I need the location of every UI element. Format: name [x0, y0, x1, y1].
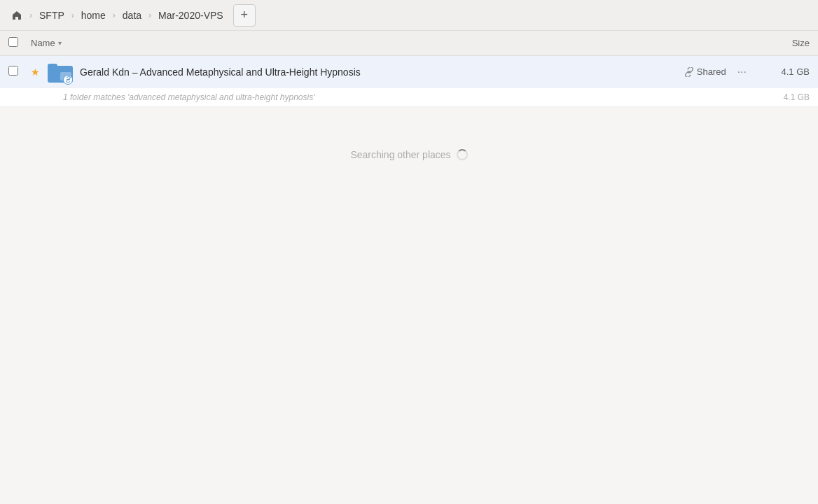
- column-header: Name ▾ Size: [0, 31, 818, 56]
- name-sort-icon: ▾: [58, 39, 62, 47]
- sep-1: ›: [29, 10, 32, 20]
- match-info-size: 4.1 GB: [761, 92, 810, 102]
- name-column-header[interactable]: Name ▾: [31, 38, 754, 48]
- home-button[interactable]: [6, 4, 28, 27]
- name-column-label: Name: [31, 38, 55, 48]
- shared-badge-icon: [63, 75, 73, 85]
- loading-spinner: [457, 149, 468, 160]
- svg-rect-1: [48, 64, 57, 69]
- row-checkbox[interactable]: [8, 66, 18, 76]
- row-checkbox-wrapper[interactable]: [8, 66, 25, 78]
- star-icon[interactable]: ★: [31, 66, 45, 78]
- more-options-button[interactable]: ···: [735, 63, 749, 81]
- match-info-row: 1 folder matches 'advanced metaphysical …: [0, 88, 818, 107]
- breadcrumb: › SFTP › home › data › Mar-2020-VPS +: [6, 4, 256, 27]
- file-list: ★ Gerald Kdn – Advanced Metaphysical and…: [0, 56, 818, 107]
- breadcrumb-data[interactable]: data: [117, 7, 147, 24]
- searching-label: Searching other places: [350, 149, 450, 160]
- select-all-checkbox[interactable]: [8, 37, 25, 49]
- breadcrumb-home[interactable]: home: [76, 7, 111, 24]
- shared-indicator: Shared: [684, 66, 726, 77]
- link-icon: [684, 67, 694, 77]
- sep-4: ›: [148, 10, 151, 20]
- size-column-header[interactable]: Size: [754, 38, 810, 48]
- file-size: 4.1 GB: [761, 66, 810, 77]
- breadcrumb-mar2020vps[interactable]: Mar-2020-VPS: [153, 7, 229, 24]
- breadcrumb-sftp[interactable]: SFTP: [34, 7, 70, 24]
- toolbar: › SFTP › home › data › Mar-2020-VPS +: [0, 0, 818, 31]
- shared-label: Shared: [697, 66, 726, 77]
- add-breadcrumb-button[interactable]: +: [233, 4, 256, 27]
- file-name: Gerald Kdn – Advanced Metaphysical and U…: [80, 66, 684, 78]
- searching-area: Searching other places: [0, 107, 818, 202]
- sep-2: ›: [71, 10, 74, 20]
- match-info-text: 1 folder matches 'advanced metaphysical …: [63, 92, 761, 102]
- table-row[interactable]: ★ Gerald Kdn – Advanced Metaphysical and…: [0, 56, 818, 88]
- sep-3: ›: [113, 10, 116, 20]
- select-all-input[interactable]: [8, 37, 18, 47]
- folder-icon: [48, 59, 73, 85]
